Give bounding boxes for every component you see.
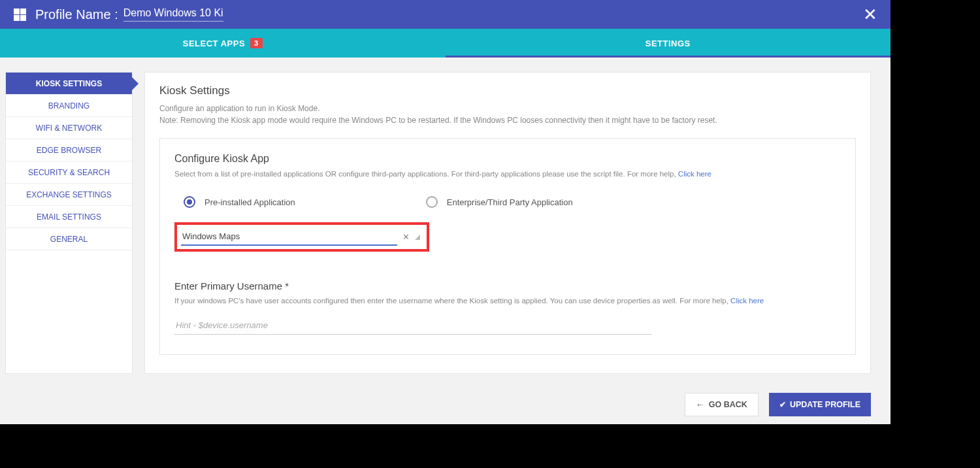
card-desc: Select from a list of pre-installed appl… (174, 170, 841, 178)
radio-enterprise[interactable]: Enterprise/Third Party Application (426, 196, 573, 208)
sidebar-item-exchange-settings[interactable]: EXCHANGE SETTINGS (6, 184, 132, 206)
radio-preinstalled[interactable]: Pre-installed Application (184, 196, 295, 208)
check-icon (779, 400, 786, 409)
click-here-link[interactable]: Click here (678, 170, 711, 178)
radio-icon (184, 196, 195, 208)
app-select-input[interactable] (181, 228, 397, 246)
main-panel: Kiosk Settings Configure an application … (144, 72, 871, 374)
sidebar-item-kiosk-settings[interactable]: KIOSK SETTINGS (6, 73, 132, 95)
windows-icon (13, 8, 26, 21)
footer: GO BACK UPDATE PROFILE (685, 393, 871, 416)
profile-name-input[interactable]: Demo Windows 10 Ki (123, 7, 223, 22)
username-desc: If your windows PC's have user accounts … (174, 297, 841, 305)
tab-select-apps[interactable]: SELECT APPS 3 (0, 29, 446, 58)
sidebar-item-email-settings[interactable]: EMAIL SETTINGS (6, 206, 132, 228)
page-title: Kiosk Settings (159, 84, 856, 97)
radio-group: Pre-installed Application Enterprise/Thi… (174, 196, 841, 208)
go-back-button[interactable]: GO BACK (685, 393, 759, 416)
profile-name-label: Profile Name : (35, 7, 118, 22)
configure-kiosk-card: Configure Kiosk App Select from a list o… (159, 138, 856, 355)
sidebar-item-security-search[interactable]: SECURITY & SEARCH (6, 161, 132, 184)
username-title: Enter Primary Username * (174, 280, 841, 292)
sidebar-item-wifi-network[interactable]: WIFI & NETWORK (6, 117, 132, 139)
sidebar-item-branding[interactable]: BRANDING (6, 95, 132, 117)
click-here-link-2[interactable]: Click here (730, 297, 764, 305)
header: Profile Name : Demo Windows 10 Ki ✕ (0, 0, 890, 29)
clear-icon[interactable]: ✕ (402, 232, 410, 242)
sidebar-item-edge-browser[interactable]: EDGE BROWSER (6, 139, 132, 161)
sidebar: KIOSK SETTINGS BRANDING WIFI & NETWORK E… (5, 72, 133, 374)
radio-label: Pre-installed Application (204, 197, 295, 207)
badge-count: 3 (250, 38, 263, 48)
sidebar-item-general[interactable]: GENERAL (6, 228, 132, 250)
username-input[interactable] (174, 316, 651, 335)
tab-label: SELECT APPS (183, 39, 245, 48)
radio-icon (426, 196, 438, 208)
tab-label: SETTINGS (645, 39, 691, 48)
radio-label: Enterprise/Third Party Application (447, 197, 573, 207)
tab-bar: SELECT APPS 3 SETTINGS (0, 29, 890, 58)
update-profile-button[interactable]: UPDATE PROFILE (769, 393, 871, 416)
dropdown-icon[interactable] (415, 235, 420, 240)
page-desc-2: Note: Removing the Kiosk app mode would … (159, 114, 856, 126)
tab-settings[interactable]: SETTINGS (446, 29, 891, 58)
app-select-highlight: ✕ (174, 222, 429, 252)
page-desc-1: Configure an application to run in Kiosk… (159, 103, 856, 114)
card-title: Configure Kiosk App (174, 153, 841, 165)
arrow-left-icon (696, 399, 705, 410)
close-icon[interactable]: ✕ (863, 6, 877, 23)
